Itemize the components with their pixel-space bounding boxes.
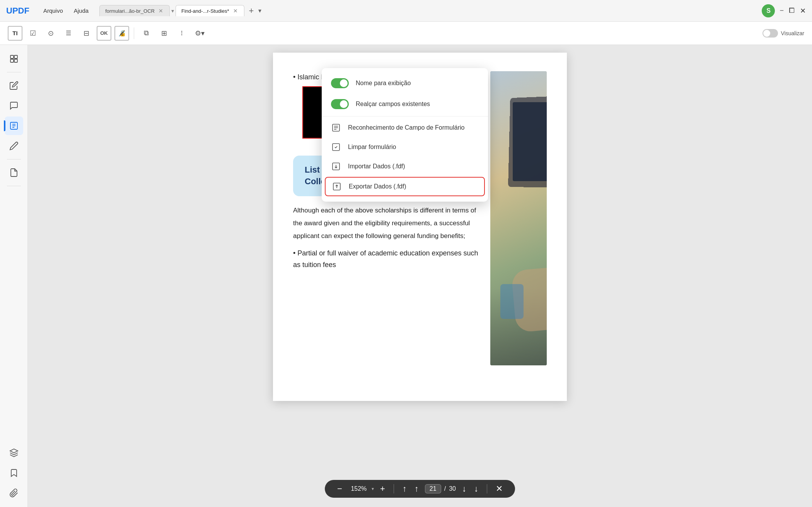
tab-studies-close[interactable]: ✕ — [232, 8, 239, 14]
menu-reconhecimento[interactable]: Reconhecimento de Campo de Formulário — [322, 118, 488, 137]
page-section: / 30 — [425, 484, 456, 493]
tab-formulario[interactable]: formulari...ão-br_OCR ✕ — [99, 5, 170, 16]
importar-icon — [331, 162, 341, 171]
sidebar-sep-2 — [7, 159, 21, 159]
page-total: 30 — [449, 485, 456, 492]
exportar-icon — [332, 182, 342, 191]
bar-sep-1 — [394, 484, 394, 493]
zoom-section: 152% ▾ — [348, 485, 374, 492]
bottom-bar: − 152% ▾ + ↑ ↑ / 30 ↓ ↓ ✕ — [325, 480, 515, 498]
minimize-button[interactable]: − — [780, 7, 784, 15]
nome-exibicao-toggle[interactable] — [331, 78, 349, 88]
svg-marker-8 — [10, 449, 18, 453]
close-window-button[interactable]: ✕ — [800, 7, 806, 15]
updf-logo: UPDF — [6, 6, 29, 16]
realcar-label: Realçar campos existentes — [356, 101, 430, 108]
sidebar-sep-3 — [7, 186, 21, 186]
sidebar-layers[interactable] — [5, 444, 23, 462]
pdf-image-panel — [490, 71, 547, 365]
sidebar-form[interactable] — [5, 116, 23, 135]
zoom-in-button[interactable]: + — [379, 484, 387, 494]
align-icon[interactable]: ⫶ — [174, 26, 189, 41]
tab-studies-label: Find-and-...r-Studies* — [181, 8, 229, 14]
page-input[interactable] — [425, 484, 441, 493]
checkbox-field-icon[interactable]: ☑ — [26, 26, 40, 41]
menu-importar[interactable]: Importar Dados (.fdf) — [322, 157, 488, 176]
limpar-label: Limpar formulário — [348, 144, 396, 151]
grid-icon[interactable]: ⊞ — [157, 26, 171, 41]
sidebar-thumbnail[interactable] — [5, 50, 23, 68]
columns-field-icon[interactable]: ⊟ — [79, 26, 94, 41]
limpar-icon — [331, 143, 341, 151]
nav-first-button[interactable]: ↑ — [401, 484, 408, 494]
sidebar-comment[interactable] — [5, 96, 23, 115]
svg-rect-3 — [14, 59, 17, 62]
text-field-icon[interactable]: TI — [8, 26, 22, 41]
tab-list-dropdown[interactable]: ▾ — [258, 7, 261, 14]
zoom-value: 152% — [348, 485, 369, 492]
nav-prev-button[interactable]: ↑ — [413, 484, 420, 494]
tab-formulario-close[interactable]: ✕ — [158, 8, 164, 14]
maximize-button[interactable]: ⧠ — [788, 7, 795, 15]
sidebar-pages[interactable] — [5, 163, 23, 182]
signature-field-icon[interactable]: 🔏 — [114, 26, 129, 41]
visualizar-label: Visualizar — [781, 30, 804, 36]
nav-last-button[interactable]: ↓ — [473, 484, 480, 494]
menu-exportar[interactable]: Exportar Dados (.fdf) — [325, 177, 485, 196]
zoom-out-button[interactable]: − — [336, 484, 344, 494]
nome-exibicao-label: Nome para exibição — [356, 80, 411, 87]
tab-add-button[interactable]: + — [246, 6, 257, 16]
visualizar-toggle: Visualizar — [763, 29, 804, 38]
svg-rect-0 — [10, 55, 14, 58]
ok-field-icon[interactable]: OK — [97, 26, 111, 41]
menu-realcar-campos[interactable]: Realçar campos existentes — [322, 94, 488, 115]
user-avatar[interactable]: S — [762, 4, 775, 17]
pdf-footer-bullet: • Partial or full waiver of academic edu… — [293, 247, 483, 271]
toolbar: TI ☑ ⊙ ☰ ⊟ OK 🔏 ⧉ ⊞ ⫶ ⚙▾ Visualizar — [0, 22, 812, 45]
copy-icon[interactable]: ⧉ — [139, 26, 154, 41]
sidebar-sep-1 — [7, 72, 21, 72]
menu-nome-exibicao[interactable]: Nome para exibição — [322, 73, 488, 94]
tab-studies-dropdown-arrow[interactable]: ▾ — [171, 8, 174, 14]
sidebar — [0, 45, 28, 507]
close-bottom-bar-button[interactable]: ✕ — [494, 484, 504, 494]
visualizar-switch[interactable] — [763, 29, 778, 38]
menu-sep-1 — [322, 116, 488, 116]
nav-next-button[interactable]: ↓ — [461, 484, 468, 494]
radio-field-icon[interactable]: ⊙ — [43, 26, 58, 41]
sidebar-bottom — [5, 444, 23, 502]
svg-rect-1 — [14, 55, 17, 58]
tab-formulario-label: formulari...ão-br_OCR — [105, 8, 155, 14]
sidebar-bookmark[interactable] — [5, 464, 23, 482]
title-bar: UPDF Arquivo Ajuda formulari...ão-br_OCR… — [0, 0, 812, 22]
menu-ajuda[interactable]: Ajuda — [69, 6, 93, 15]
realcar-toggle[interactable] — [331, 99, 349, 109]
zoom-dropdown-arrow[interactable]: ▾ — [372, 486, 374, 492]
dropdown-menu[interactable]: Nome para exibição Realçar campos existe… — [322, 68, 488, 202]
pdf-paragraph: Although each of the above scholarships … — [293, 204, 483, 242]
sidebar-edit[interactable] — [5, 76, 23, 95]
list-field-icon[interactable]: ☰ — [61, 26, 76, 41]
toolbar-sep-1 — [134, 27, 134, 39]
settings-dropdown-icon[interactable]: ⚙▾ — [192, 26, 207, 41]
tab-bar: formulari...ão-br_OCR ✕ ▾ Find-and-...r-… — [99, 5, 756, 16]
exportar-label: Exportar Dados (.fdf) — [349, 183, 406, 190]
main-area: • Islamic Development bank imperial coll… — [0, 45, 812, 507]
sidebar-attachment[interactable] — [5, 484, 23, 502]
menu-limpar[interactable]: Limpar formulário — [322, 137, 488, 157]
sidebar-signature[interactable] — [5, 137, 23, 155]
content-area: • Islamic Development bank imperial coll… — [28, 45, 812, 507]
bar-sep-2 — [487, 484, 487, 493]
page-separator: / — [444, 485, 446, 492]
menu-bar: Arquivo Ajuda — [39, 6, 93, 15]
toolbar-right: Visualizar — [763, 29, 804, 38]
title-bar-right: S − ⧠ ✕ — [762, 4, 806, 17]
window-controls: − ⧠ ✕ — [780, 7, 806, 15]
menu-arquivo[interactable]: Arquivo — [39, 6, 68, 15]
importar-label: Importar Dados (.fdf) — [348, 163, 405, 170]
tab-studies[interactable]: Find-and-...r-Studies* ✕ — [176, 5, 244, 16]
reconhecimento-icon — [331, 123, 341, 132]
reconhecimento-label: Reconhecimento de Campo de Formulário — [348, 124, 464, 131]
svg-rect-2 — [10, 59, 14, 62]
